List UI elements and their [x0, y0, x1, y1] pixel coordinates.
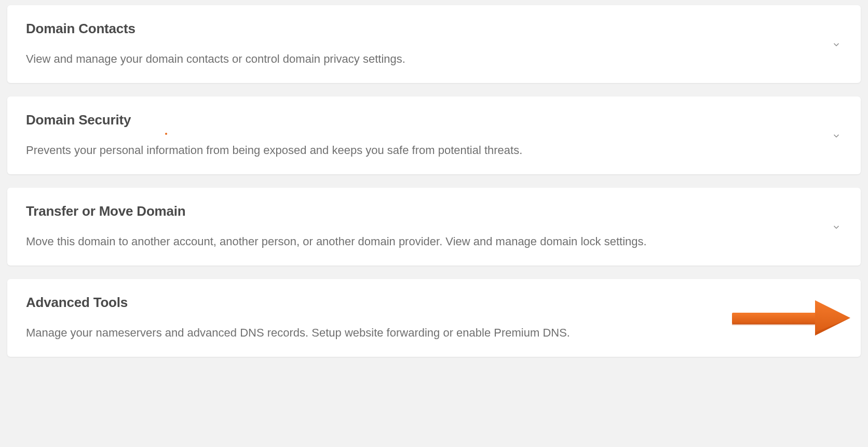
domain-contacts-panel[interactable]: Domain Contacts View and manage your dom… — [7, 5, 861, 83]
panel-description: View and manage your domain contacts or … — [26, 50, 821, 67]
panel-description: Prevents your personal information from … — [26, 142, 821, 159]
domain-security-panel[interactable]: Domain Security Prevents your personal i… — [7, 96, 861, 174]
card-content: Advanced Tools Manage your nameservers a… — [26, 295, 821, 341]
card-content: Transfer or Move Domain Move this domain… — [26, 203, 821, 250]
panel-title: Transfer or Move Domain — [26, 203, 821, 219]
card-content: Domain Security Prevents your personal i… — [26, 112, 821, 159]
chevron-down-icon[interactable] — [832, 314, 842, 324]
card-content: Domain Contacts View and manage your dom… — [26, 21, 821, 67]
advanced-tools-panel[interactable]: Advanced Tools Manage your nameservers a… — [7, 279, 861, 357]
chevron-down-icon[interactable] — [832, 131, 842, 142]
panel-description: Move this domain to another account, ano… — [26, 233, 821, 250]
panel-title: Domain Contacts — [26, 21, 821, 37]
transfer-move-domain-panel[interactable]: Transfer or Move Domain Move this domain… — [7, 188, 861, 266]
chevron-down-icon[interactable] — [832, 222, 842, 233]
panel-title: Domain Security — [26, 112, 821, 128]
panel-description: Manage your nameservers and advanced DNS… — [26, 324, 821, 341]
accent-dot-icon — [165, 133, 167, 135]
chevron-down-icon[interactable] — [832, 40, 842, 50]
panel-title: Advanced Tools — [26, 295, 821, 311]
